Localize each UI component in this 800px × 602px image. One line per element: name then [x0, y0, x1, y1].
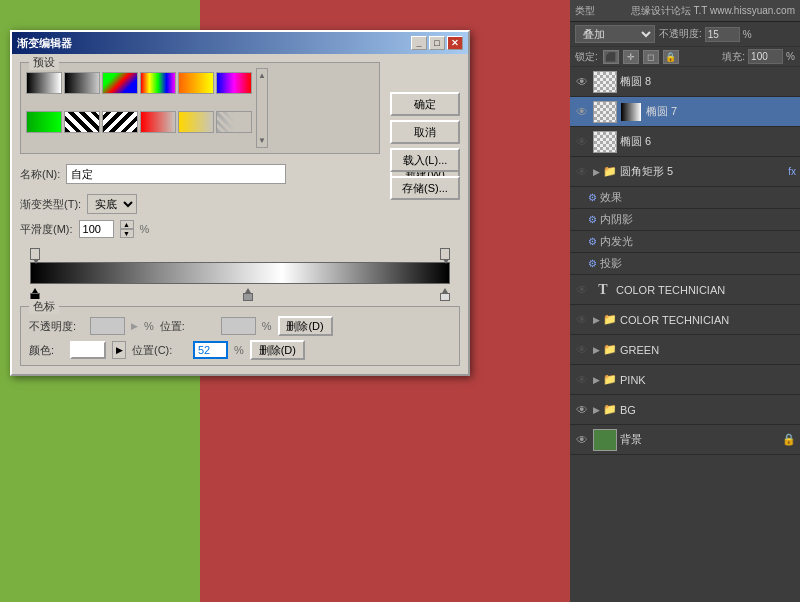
color-stop-active[interactable]	[243, 288, 253, 300]
preset-swatch-6[interactable]	[216, 72, 252, 94]
preset-swatch-11[interactable]	[178, 111, 214, 133]
preset-swatch-12[interactable]	[216, 111, 252, 133]
opacity-row: 不透明度: %	[659, 27, 752, 42]
dialog-action-buttons: 确定 取消 载入(L)... 存储(S)...	[390, 92, 460, 200]
layer-expand-bg[interactable]: ▶	[593, 405, 600, 415]
layer-visibility-green[interactable]: 👁	[574, 342, 590, 358]
color-stop-right[interactable]	[440, 288, 450, 300]
color-position-input[interactable]	[193, 341, 228, 359]
stop-opacity-input[interactable]	[90, 317, 125, 335]
folder-icon-pink: 📁	[603, 373, 617, 386]
gradient-preview-bar[interactable]	[30, 262, 450, 284]
layer-visibility-ellipse6[interactable]: 👁	[574, 134, 590, 150]
layer-item-bg[interactable]: 👁 ▶ 📁 BG	[570, 395, 800, 425]
layer-item-pink[interactable]: 👁 ▶ 📁 PINK	[570, 365, 800, 395]
layer-item-ellipse7[interactable]: 👁 椭圆 7	[570, 97, 800, 127]
layer-effect-inner-glow[interactable]: ⚙ 内发光	[570, 231, 800, 253]
preset-swatch-8[interactable]	[64, 111, 100, 133]
name-label: 名称(N):	[20, 167, 60, 182]
layer-effect-inner-shadow[interactable]: ⚙ 内阴影	[570, 209, 800, 231]
layer-thumb-ellipse7b	[619, 101, 643, 123]
gradient-type-select[interactable]: 实底	[87, 194, 137, 214]
color-stop-section-label: 色标	[29, 299, 59, 314]
layer-thumb-background	[593, 429, 617, 451]
effect-icon-inner-shadow: ⚙	[588, 214, 597, 225]
layer-visibility-pink[interactable]: 👁	[574, 372, 590, 388]
opacity-stop-right[interactable]	[440, 248, 450, 260]
name-input[interactable]	[66, 164, 286, 184]
color-swatch-button[interactable]	[70, 341, 106, 359]
fill-percent: %	[786, 51, 795, 62]
scrollbar-down[interactable]: ▼	[257, 136, 267, 145]
opacity-input[interactable]	[705, 27, 740, 42]
preset-swatch-5[interactable]	[178, 72, 214, 94]
layer-item-background[interactable]: 👁 背景 🔒	[570, 425, 800, 455]
load-button[interactable]: 载入(L)...	[390, 148, 460, 172]
layer-item-ellipse8[interactable]: 👁 椭圆 8	[570, 67, 800, 97]
layer-visibility-ct-text[interactable]: 👁	[574, 282, 590, 298]
preset-swatch-9[interactable]	[102, 111, 138, 133]
dialog-close-btn[interactable]: ✕	[447, 36, 463, 50]
smoothness-down-btn[interactable]: ▼	[120, 229, 134, 238]
dialog-minimize-btn[interactable]: _	[411, 36, 427, 50]
lock-artboard-icon[interactable]: ◻	[643, 50, 659, 64]
stop-opacity-delete-btn[interactable]: 删除(D)	[278, 316, 333, 336]
lock-all-icon[interactable]: 🔒	[663, 50, 679, 64]
layer-item-ct-folder[interactable]: 👁 ▶ 📁 COLOR TECHNICIAN	[570, 305, 800, 335]
presets-section: 预设 ▲ ▼	[20, 62, 380, 154]
layer-visibility-ct-folder[interactable]: 👁	[574, 312, 590, 328]
preset-swatch-4[interactable]	[140, 72, 176, 94]
layer-visibility-ellipse7[interactable]: 👁	[574, 104, 590, 120]
layer-visibility-bg[interactable]: 👁	[574, 402, 590, 418]
color-source-arrow[interactable]: ▶	[112, 341, 126, 359]
gradient-bar-section	[20, 246, 460, 300]
layer-expand-green[interactable]: ▶	[593, 345, 600, 355]
layer-name-bg: BG	[620, 404, 796, 416]
opacity-arrow[interactable]: ▶	[131, 321, 138, 331]
smoothness-up-btn[interactable]: ▲	[120, 220, 134, 229]
blend-mode-select[interactable]: 叠加	[575, 25, 655, 43]
layer-item-green[interactable]: 👁 ▶ 📁 GREEN	[570, 335, 800, 365]
presets-scrollbar[interactable]: ▲ ▼	[256, 68, 268, 148]
layer-visibility-background[interactable]: 👁	[574, 432, 590, 448]
lock-icons: ⬛ ✛ ◻ 🔒	[603, 50, 718, 64]
preset-swatch-3[interactable]	[102, 72, 138, 94]
layer-name-background: 背景	[620, 432, 779, 447]
color-delete-btn[interactable]: 删除(D)	[250, 340, 305, 360]
gradient-bar-container	[30, 246, 450, 300]
dialog-restore-btn[interactable]: □	[429, 36, 445, 50]
watermark-text: 思缘设计论坛 T.T www.hissyuan.com	[631, 4, 795, 18]
layer-item-ct-text[interactable]: 👁 T COLOR TECHNICIAN	[570, 275, 800, 305]
layer-name-rounded5: 圆角矩形 5	[620, 164, 785, 179]
lock-label: 锁定:	[575, 50, 598, 64]
cancel-button[interactable]: 取消	[390, 120, 460, 144]
save-button[interactable]: 存储(S)...	[390, 176, 460, 200]
layer-name-ct-text: COLOR TECHNICIAN	[616, 284, 796, 296]
smoothness-input[interactable]	[79, 220, 114, 238]
layer-item-rounded5[interactable]: 👁 ▶ 📁 圆角矩形 5 fx	[570, 157, 800, 187]
layer-name-ellipse7: 椭圆 7	[646, 104, 796, 119]
smoothness-row: 平滑度(M): ▲ ▼ %	[20, 220, 460, 238]
opacity-stop-left[interactable]	[30, 248, 40, 260]
layer-visibility-ellipse8[interactable]: 👁	[574, 74, 590, 90]
text-layer-icon: T	[593, 282, 613, 298]
color-stop-right-swatch	[440, 293, 450, 301]
layer-expand-rounded5[interactable]: ▶	[593, 167, 600, 177]
layer-visibility-rounded5[interactable]: 👁	[574, 164, 590, 180]
layer-item-ellipse6[interactable]: 👁 椭圆 6	[570, 127, 800, 157]
preset-swatch-10[interactable]	[140, 111, 176, 133]
layer-effect-drop-shadow[interactable]: ⚙ 投影	[570, 253, 800, 275]
preset-swatch-7[interactable]	[26, 111, 62, 133]
preset-swatch-2[interactable]	[64, 72, 100, 94]
folder-icon-ct: 📁	[603, 313, 617, 326]
preset-swatch-1[interactable]	[26, 72, 62, 94]
layer-expand-pink[interactable]: ▶	[593, 375, 600, 385]
color-row-label: 颜色:	[29, 343, 64, 358]
layer-expand-ct-folder[interactable]: ▶	[593, 315, 600, 325]
lock-move-icon[interactable]: ✛	[623, 50, 639, 64]
lock-pixel-icon[interactable]: ⬛	[603, 50, 619, 64]
stop-position-input[interactable]	[221, 317, 256, 335]
scrollbar-up[interactable]: ▲	[257, 71, 267, 80]
fill-input[interactable]	[748, 49, 783, 64]
confirm-button[interactable]: 确定	[390, 92, 460, 116]
